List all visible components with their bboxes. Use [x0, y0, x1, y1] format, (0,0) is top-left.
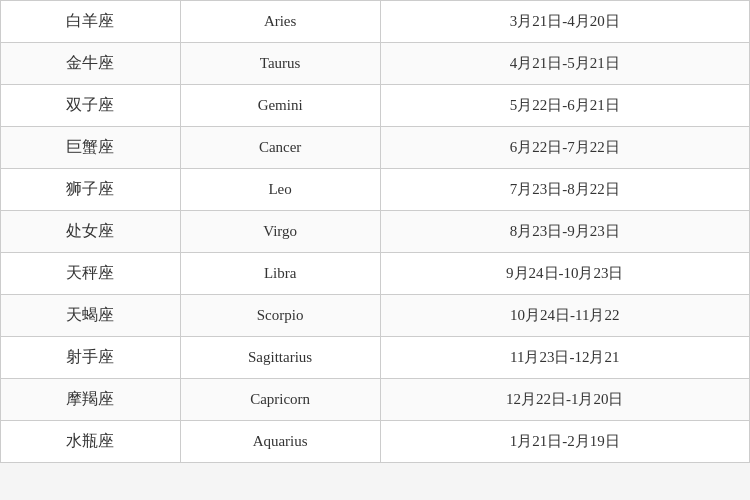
- english-name: Aries: [180, 1, 380, 43]
- chinese-name: 天蝎座: [1, 295, 181, 337]
- english-name: Taurus: [180, 43, 380, 85]
- date-range: 11月23日-12月21: [380, 337, 749, 379]
- date-range: 8月23日-9月23日: [380, 211, 749, 253]
- chinese-name: 白羊座: [1, 1, 181, 43]
- table-row: 水瓶座Aquarius1月21日-2月19日: [1, 421, 750, 463]
- english-name: Gemini: [180, 85, 380, 127]
- date-range: 4月21日-5月21日: [380, 43, 749, 85]
- chinese-name: 金牛座: [1, 43, 181, 85]
- chinese-name: 摩羯座: [1, 379, 181, 421]
- chinese-name: 巨蟹座: [1, 127, 181, 169]
- chinese-name: 天秤座: [1, 253, 181, 295]
- chinese-name: 射手座: [1, 337, 181, 379]
- chinese-name: 双子座: [1, 85, 181, 127]
- english-name: Sagittarius: [180, 337, 380, 379]
- english-name: Scorpio: [180, 295, 380, 337]
- chinese-name: 处女座: [1, 211, 181, 253]
- chinese-name: 水瓶座: [1, 421, 181, 463]
- date-range: 1月21日-2月19日: [380, 421, 749, 463]
- zodiac-table: 白羊座Aries3月21日-4月20日金牛座Taurus4月21日-5月21日双…: [0, 0, 750, 463]
- table-row: 双子座Gemini5月22日-6月21日: [1, 85, 750, 127]
- table-row: 处女座Virgo8月23日-9月23日: [1, 211, 750, 253]
- english-name: Leo: [180, 169, 380, 211]
- english-name: Virgo: [180, 211, 380, 253]
- date-range: 7月23日-8月22日: [380, 169, 749, 211]
- english-name: Libra: [180, 253, 380, 295]
- table-row: 金牛座Taurus4月21日-5月21日: [1, 43, 750, 85]
- chinese-name: 狮子座: [1, 169, 181, 211]
- date-range: 10月24日-11月22: [380, 295, 749, 337]
- table-row: 射手座Sagittarius11月23日-12月21: [1, 337, 750, 379]
- english-name: Aquarius: [180, 421, 380, 463]
- table-row: 巨蟹座Cancer6月22日-7月22日: [1, 127, 750, 169]
- table-row: 天秤座Libra9月24日-10月23日: [1, 253, 750, 295]
- table-row: 狮子座Leo7月23日-8月22日: [1, 169, 750, 211]
- table-row: 白羊座Aries3月21日-4月20日: [1, 1, 750, 43]
- english-name: Capricorn: [180, 379, 380, 421]
- date-range: 3月21日-4月20日: [380, 1, 749, 43]
- english-name: Cancer: [180, 127, 380, 169]
- date-range: 12月22日-1月20日: [380, 379, 749, 421]
- date-range: 5月22日-6月21日: [380, 85, 749, 127]
- zodiac-table-container: 白羊座Aries3月21日-4月20日金牛座Taurus4月21日-5月21日双…: [0, 0, 750, 500]
- table-row: 摩羯座Capricorn12月22日-1月20日: [1, 379, 750, 421]
- date-range: 9月24日-10月23日: [380, 253, 749, 295]
- date-range: 6月22日-7月22日: [380, 127, 749, 169]
- table-row: 天蝎座Scorpio10月24日-11月22: [1, 295, 750, 337]
